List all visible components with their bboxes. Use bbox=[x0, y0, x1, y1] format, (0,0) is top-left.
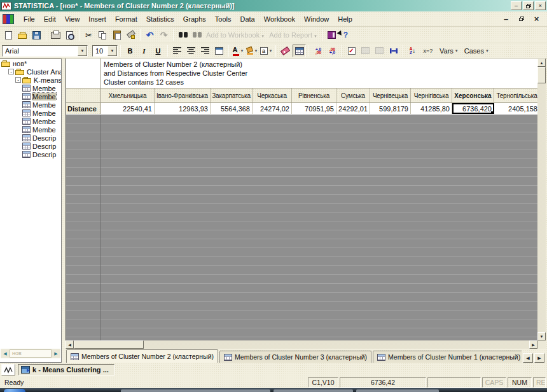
underline-button[interactable]: U bbox=[151, 45, 165, 57]
column-header-0[interactable]: Хмельницька bbox=[101, 88, 155, 102]
value-cell-4[interactable]: 70951,95 bbox=[292, 103, 336, 114]
tree-item-sheet-5[interactable]: Membe bbox=[0, 101, 61, 109]
align-right-button[interactable] bbox=[198, 45, 212, 57]
start-button[interactable] bbox=[4, 389, 25, 392]
scroll-right-icon[interactable]: ▶ bbox=[529, 340, 537, 349]
help-button[interactable] bbox=[325, 29, 338, 41]
mdi-close-button[interactable]: × bbox=[530, 13, 543, 24]
menu-item-data[interactable]: Data bbox=[236, 13, 260, 25]
scroll-left-icon[interactable]: ◀ bbox=[66, 340, 74, 349]
hscroll-thumb[interactable] bbox=[74, 340, 144, 349]
value-cell-8[interactable]: 6736,420 bbox=[452, 103, 494, 114]
tree-item-sheet-7[interactable]: Membe bbox=[0, 117, 61, 125]
tree-mini-tab[interactable]: нов bbox=[10, 349, 52, 358]
grid-view-button[interactable] bbox=[293, 45, 306, 57]
value-cell-2[interactable]: 5564,368 bbox=[211, 103, 253, 114]
sheet-tab-1[interactable]: Members of Cluster Number 3 (кластерный) bbox=[219, 351, 371, 363]
font-name-dropdown-icon[interactable]: ▼ bbox=[78, 46, 87, 56]
close-button[interactable]: × bbox=[535, 1, 546, 10]
font-size-combo[interactable]: 10 ▼ bbox=[92, 45, 118, 57]
value-cell-7[interactable]: 41285,80 bbox=[411, 103, 452, 114]
print-preview-button[interactable] bbox=[63, 29, 76, 41]
menu-item-help[interactable]: Help bbox=[333, 13, 357, 25]
taskbar-task[interactable] bbox=[274, 389, 353, 392]
horizontal-scrollbar[interactable]: ◀ ▶ bbox=[66, 340, 537, 349]
new-button[interactable] bbox=[2, 29, 15, 41]
label-button[interactable] bbox=[279, 45, 292, 57]
tree-expander-icon[interactable]: - bbox=[8, 69, 14, 74]
bold-button[interactable]: B bbox=[123, 45, 137, 57]
value-cell-6[interactable]: 599,8179 bbox=[370, 103, 411, 114]
tree-item-sheet-3[interactable]: Membe bbox=[0, 84, 61, 92]
value-cell-1[interactable]: 12963,93 bbox=[155, 103, 211, 114]
cases-button[interactable]: Cases▼ bbox=[462, 47, 492, 55]
tabs-scroll-right-icon[interactable]: ▶ bbox=[534, 353, 544, 363]
tree-item-folder-0[interactable]: нов* bbox=[0, 59, 61, 67]
find-next-button[interactable] bbox=[190, 29, 204, 41]
menu-item-insert[interactable]: Insert bbox=[84, 13, 111, 25]
decrease-decimals-button[interactable]: ,00+,0 bbox=[326, 45, 339, 57]
menu-item-edit[interactable]: Edit bbox=[39, 13, 60, 25]
cut-button[interactable]: ✂ bbox=[82, 29, 95, 41]
menu-item-graphs[interactable]: Graphs bbox=[179, 13, 211, 25]
minimize-button[interactable]: – bbox=[511, 1, 522, 10]
align-left-button[interactable] bbox=[170, 45, 184, 57]
cell-option2-button[interactable] bbox=[373, 45, 386, 57]
redo-button[interactable]: ↷ bbox=[157, 29, 170, 41]
undo-button[interactable]: ↶ bbox=[143, 29, 156, 41]
value-cell-3[interactable]: 24274,02 bbox=[253, 103, 292, 114]
save-button[interactable] bbox=[30, 29, 43, 41]
column-header-9[interactable]: Тернопільська bbox=[494, 88, 537, 102]
taskbar-task[interactable] bbox=[356, 389, 439, 392]
vscroll-thumb[interactable] bbox=[537, 67, 546, 83]
mdi-restore-button[interactable] bbox=[515, 13, 528, 24]
find-button[interactable] bbox=[176, 29, 190, 41]
column-header-8[interactable]: Херсонська bbox=[452, 88, 494, 102]
menu-item-tools[interactable]: Tools bbox=[211, 13, 236, 25]
menu-item-file[interactable]: File bbox=[19, 13, 39, 25]
column-header-2[interactable]: Закарпатська bbox=[211, 88, 253, 102]
scroll-down-icon[interactable]: ▼ bbox=[537, 332, 546, 340]
tabs-scroll-left-icon[interactable]: ◀ bbox=[523, 353, 533, 363]
italic-button[interactable]: I bbox=[137, 45, 151, 57]
tree-item-sheet-10[interactable]: Descrip bbox=[0, 142, 61, 150]
sheet-tab-2[interactable]: Members of Cluster Number 1 (кластерный) bbox=[373, 351, 522, 363]
vars-button[interactable]: Vars▼ bbox=[437, 47, 461, 55]
tree-item-sheet-4[interactable]: Membe bbox=[0, 92, 61, 101]
mark-cells-button[interactable]: ✓ bbox=[345, 45, 358, 57]
tree-scroll-left-icon[interactable]: ◀ bbox=[1, 349, 10, 358]
print-button[interactable] bbox=[49, 29, 62, 41]
format-cells-button[interactable] bbox=[212, 45, 226, 57]
header-corner-cell[interactable] bbox=[66, 88, 101, 102]
row-header-cell[interactable]: Distance bbox=[66, 103, 101, 114]
value-cell-9[interactable]: 2405,158 bbox=[494, 103, 537, 114]
tree-expander-icon[interactable]: - bbox=[15, 77, 21, 83]
taskbar-task[interactable] bbox=[121, 389, 270, 392]
column-header-1[interactable]: Івано-Франківська bbox=[155, 88, 211, 102]
value-cell-0[interactable]: 22540,41 bbox=[101, 103, 155, 114]
column-header-7[interactable]: Чернігівська bbox=[411, 88, 452, 102]
context-help-button[interactable]: ? bbox=[339, 29, 352, 41]
document-icon[interactable] bbox=[3, 14, 14, 24]
menu-item-workbook[interactable]: Workbook bbox=[260, 13, 300, 25]
tree-item-sheet-11[interactable]: Descrip bbox=[0, 150, 61, 158]
fill-color-button[interactable]: ▼ bbox=[246, 45, 259, 57]
statistica-logo-button[interactable] bbox=[1, 364, 15, 375]
column-header-6[interactable]: Чернівецька bbox=[370, 88, 411, 102]
menu-item-view[interactable]: View bbox=[60, 13, 85, 25]
column-header-5[interactable]: Сумська bbox=[336, 88, 370, 102]
sheet-tab-0[interactable]: Members of Cluster Number 2 (кластерный) bbox=[66, 349, 218, 363]
tree-item-sheet-8[interactable]: Membe bbox=[0, 125, 61, 134]
add-to-workbook-button[interactable]: Add to Workbook▼ bbox=[204, 31, 267, 39]
restore-button[interactable] bbox=[523, 1, 534, 10]
menu-item-format[interactable]: Format bbox=[111, 13, 142, 25]
case-weights-button[interactable] bbox=[387, 45, 400, 57]
column-header-3[interactable]: Черкаська bbox=[253, 88, 292, 102]
value-cell-5[interactable]: 24292,01 bbox=[336, 103, 370, 114]
scroll-up-icon[interactable]: ▲ bbox=[537, 59, 546, 67]
column-header-4[interactable]: Рівненська bbox=[292, 88, 336, 102]
font-name-combo[interactable]: Arial ▼ bbox=[2, 45, 88, 57]
recalculate-button[interactable]: x=? bbox=[420, 45, 436, 57]
paste-button[interactable] bbox=[110, 29, 123, 41]
vertical-scrollbar[interactable]: ▲ ▼ bbox=[537, 59, 546, 340]
